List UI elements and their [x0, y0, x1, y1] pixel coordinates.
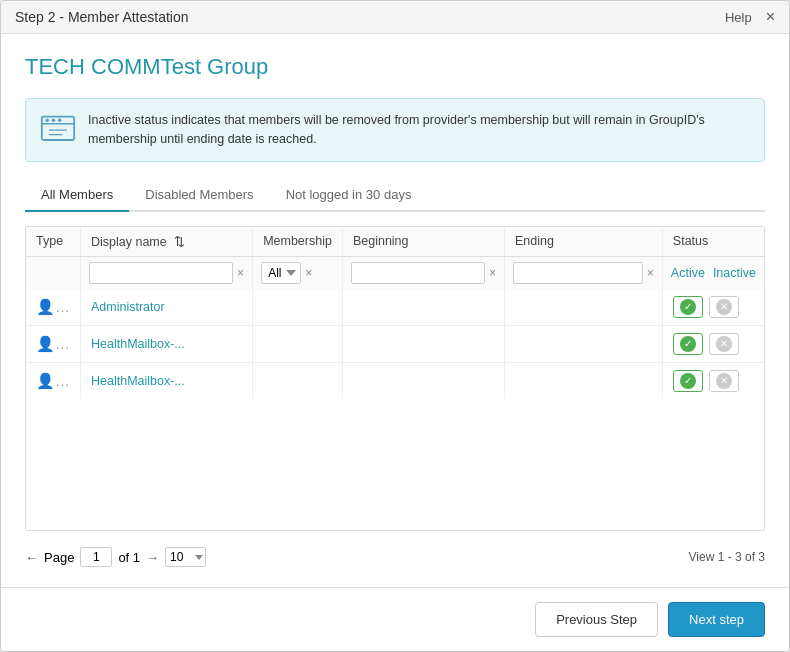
row-type-cell: 👤… — [26, 289, 81, 326]
page-controls: ← Page of 1 → 10 25 50 100 — [25, 547, 206, 567]
check-icon: ✓ — [680, 336, 696, 352]
row-status-cell: ✓ ✕ — [662, 289, 764, 326]
row-displayname-cell: HealthMailbox-... — [81, 325, 253, 362]
status-active-toggle[interactable]: ✓ — [673, 333, 703, 355]
member-link[interactable]: Administrator — [91, 300, 165, 314]
filter-beginning-clear[interactable]: × — [489, 266, 496, 280]
view-info: View 1 - 3 of 3 — [689, 550, 766, 564]
filter-status-cell: Active Inactive — [662, 256, 764, 289]
close-button[interactable]: × — [766, 9, 775, 25]
col-type: Type — [26, 227, 81, 257]
table-row: 👤… Administrator ✓ — [26, 289, 764, 326]
x-icon: ✕ — [716, 299, 732, 315]
filter-displayname-clear[interactable]: × — [237, 266, 244, 280]
check-icon: ✓ — [680, 299, 696, 315]
row-displayname-cell: HealthMailbox-... — [81, 362, 253, 399]
row-status-cell: ✓ ✕ — [662, 325, 764, 362]
row-type-cell: 👤… — [26, 362, 81, 399]
filter-membership-cell: All × — [253, 256, 343, 289]
row-displayname-cell: Administrator — [81, 289, 253, 326]
footer: Previous Step Next step — [1, 587, 789, 651]
status-active-toggle[interactable]: ✓ — [673, 370, 703, 392]
filter-membership-select[interactable]: All — [261, 262, 301, 284]
page-number-input[interactable] — [80, 547, 112, 567]
row-status-cell: ✓ ✕ — [662, 362, 764, 399]
user-icon: 👤… — [36, 298, 70, 315]
page-title: TECH COMMTest Group — [25, 54, 765, 80]
tab-not-logged-in[interactable]: Not logged in 30 days — [270, 180, 428, 212]
next-step-button[interactable]: Next step — [668, 602, 765, 637]
tab-disabled-members[interactable]: Disabled Members — [129, 180, 269, 212]
info-icon — [40, 113, 76, 145]
page-label: Page — [44, 550, 74, 565]
filter-ending-input[interactable] — [513, 262, 643, 284]
main-content: TECH COMMTest Group Inactive status indi… — [1, 34, 789, 587]
col-display-name: Display name ⇅ — [81, 227, 253, 257]
members-table: Type Display name ⇅ Membership Beginning… — [26, 227, 764, 399]
row-type-cell: 👤… — [26, 325, 81, 362]
filter-displayname-input[interactable] — [89, 262, 233, 284]
page-size-select[interactable]: 10 25 50 100 — [165, 547, 206, 567]
col-status: Status — [662, 227, 764, 257]
svg-point-4 — [58, 118, 62, 122]
title-bar: Step 2 - Member Attestation Help × — [1, 1, 789, 34]
user-icon: 👤… — [36, 372, 70, 389]
prev-page-button[interactable]: ← — [25, 550, 38, 565]
row-beginning-cell — [342, 289, 504, 326]
row-membership-cell — [253, 325, 343, 362]
title-bar-controls: Help × — [725, 9, 775, 25]
next-page-button[interactable]: → — [146, 550, 159, 565]
filter-ending-clear[interactable]: × — [647, 266, 654, 280]
status-filter-active[interactable]: Active — [671, 266, 705, 280]
pagination: ← Page of 1 → 10 25 50 100 View 1 - 3 of… — [25, 543, 765, 571]
row-ending-cell — [505, 362, 663, 399]
x-icon: ✕ — [716, 336, 732, 352]
row-beginning-cell — [342, 325, 504, 362]
status-filter-inactive[interactable]: Inactive — [713, 266, 756, 280]
table-row: 👤… HealthMailbox-... ✓ — [26, 362, 764, 399]
filter-beginning-input[interactable] — [351, 262, 485, 284]
row-membership-cell — [253, 289, 343, 326]
row-ending-cell — [505, 289, 663, 326]
user-icon: 👤… — [36, 335, 70, 352]
help-button[interactable]: Help — [725, 10, 752, 25]
main-window: Step 2 - Member Attestation Help × TECH … — [0, 0, 790, 652]
row-membership-cell — [253, 362, 343, 399]
check-icon: ✓ — [680, 373, 696, 389]
row-beginning-cell — [342, 362, 504, 399]
status-inactive-toggle[interactable]: ✕ — [709, 333, 739, 355]
status-inactive-toggle[interactable]: ✕ — [709, 370, 739, 392]
svg-point-3 — [52, 118, 56, 122]
info-banner: Inactive status indicates that members w… — [25, 98, 765, 162]
member-link[interactable]: HealthMailbox-... — [91, 337, 185, 351]
svg-point-2 — [45, 118, 49, 122]
filter-beginning-cell: × — [342, 256, 504, 289]
table-row: 👤… HealthMailbox-... ✓ — [26, 325, 764, 362]
tabs-container: All Members Disabled Members Not logged … — [25, 180, 765, 212]
filter-ending-cell: × — [505, 256, 663, 289]
col-ending: Ending — [505, 227, 663, 257]
status-active-toggle[interactable]: ✓ — [673, 296, 703, 318]
filter-displayname-cell: × — [81, 256, 253, 289]
row-ending-cell — [505, 325, 663, 362]
page-of-label: of 1 — [118, 550, 140, 565]
tab-all-members[interactable]: All Members — [25, 180, 129, 212]
filter-membership-clear[interactable]: × — [305, 266, 312, 280]
previous-step-button[interactable]: Previous Step — [535, 602, 658, 637]
window-title: Step 2 - Member Attestation — [15, 9, 189, 25]
member-link[interactable]: HealthMailbox-... — [91, 374, 185, 388]
sort-icon[interactable]: ⇅ — [174, 235, 185, 249]
status-inactive-toggle[interactable]: ✕ — [709, 296, 739, 318]
x-icon: ✕ — [716, 373, 732, 389]
members-table-container: Type Display name ⇅ Membership Beginning… — [25, 226, 765, 532]
banner-text: Inactive status indicates that members w… — [88, 111, 750, 149]
col-membership: Membership — [253, 227, 343, 257]
filter-type-cell — [26, 256, 81, 289]
col-beginning: Beginning — [342, 227, 504, 257]
